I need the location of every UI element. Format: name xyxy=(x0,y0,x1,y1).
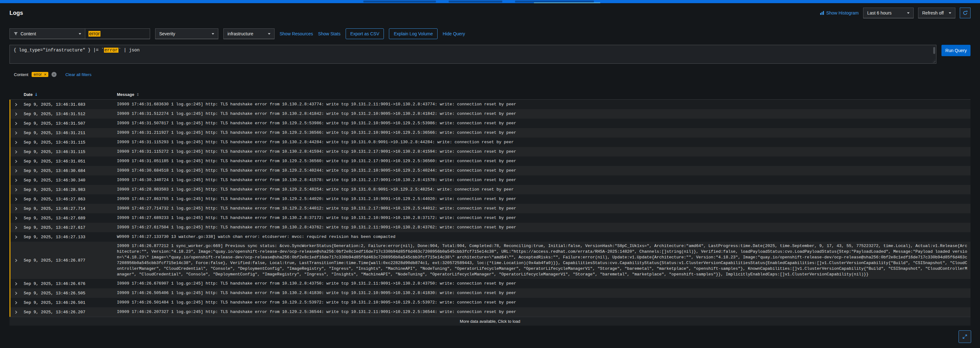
log-row: Sep 9, 2025, 13:46:31.051 I0909 17:46:31… xyxy=(10,157,970,166)
expander-cell xyxy=(10,132,24,134)
log-row: Sep 9, 2025, 13:46:26.501 I0909 17:46:26… xyxy=(10,298,970,307)
log-row: Sep 9, 2025, 13:46:26.207 I0909 17:46:26… xyxy=(10,307,970,317)
log-date: Sep 9, 2025, 13:46:31.115 xyxy=(24,140,117,145)
time-range-select[interactable]: Last 6 hours xyxy=(863,8,914,18)
clear-all-filters-link[interactable]: Clear all filters xyxy=(65,72,91,77)
expander-cell xyxy=(10,207,24,210)
log-date: Sep 9, 2025, 13:46:27.133 xyxy=(24,235,117,239)
expander-cell xyxy=(10,151,24,153)
log-message: I0909 17:46:27.617504 1 log.go:245] http… xyxy=(117,225,970,230)
row-expander-button[interactable] xyxy=(10,217,24,219)
expander-cell xyxy=(10,189,24,191)
masthead-nav-remnant xyxy=(363,1,436,3)
expander-cell xyxy=(10,236,24,238)
log-row: Sep 9, 2025, 13:46:31.512 I0909 17:46:31… xyxy=(10,109,970,119)
tenant-value: infrastructure xyxy=(228,31,253,36)
run-query-button[interactable]: Run Query xyxy=(942,45,970,56)
log-row: Sep 9, 2025, 13:46:30.340 I0909 17:46:30… xyxy=(10,176,970,185)
attribute-filter-select[interactable]: Content xyxy=(10,28,85,39)
log-date: Sep 9, 2025, 13:46:31.051 xyxy=(24,159,117,164)
row-expander-button[interactable] xyxy=(10,122,24,125)
log-row: Sep 9, 2025, 13:46:27.617 I0909 17:46:27… xyxy=(10,223,970,232)
row-expander-button[interactable] xyxy=(10,160,24,163)
chevron-right-icon xyxy=(14,282,18,285)
filter-group-close-button[interactable]: × xyxy=(51,72,57,77)
chevron-down-icon xyxy=(268,33,270,35)
attribute-filter-label: Content xyxy=(21,31,36,36)
row-expander-button[interactable] xyxy=(10,113,24,115)
filter-toolbar: Content error Severity infrastructure Sh… xyxy=(10,28,970,39)
chevron-right-icon xyxy=(14,291,18,295)
tenant-select[interactable]: infrastructure xyxy=(223,28,275,39)
show-resources-link[interactable]: Show Resources xyxy=(280,31,313,36)
log-row: Sep 9, 2025, 13:46:28.983 I0909 17:46:28… xyxy=(10,185,970,195)
row-expander-button[interactable] xyxy=(10,179,24,182)
expand-arrows-icon xyxy=(962,334,967,339)
row-expander-button[interactable] xyxy=(10,292,24,294)
header-actions: Show Histogram Last 6 hours Refresh off xyxy=(820,8,970,18)
chip-close-button[interactable]: × xyxy=(43,72,47,77)
row-expander-button[interactable] xyxy=(10,259,24,261)
date-column-header[interactable]: Date ↓ xyxy=(24,92,117,97)
row-expander-button[interactable] xyxy=(10,151,24,153)
row-expander-button[interactable] xyxy=(10,302,24,304)
row-expander-button[interactable] xyxy=(10,236,24,238)
row-expander-button[interactable] xyxy=(10,198,24,200)
date-column-label: Date xyxy=(24,92,33,97)
expand-toggle-button[interactable] xyxy=(959,330,971,343)
query-row: { log_type="infrastructure" } |= `error`… xyxy=(10,45,970,64)
row-expander-button[interactable] xyxy=(10,311,24,313)
filter-funnel-icon xyxy=(14,32,18,36)
expander-cell xyxy=(10,217,24,219)
chevron-right-icon xyxy=(14,179,18,182)
query-resize-handle[interactable] xyxy=(932,59,935,63)
row-expander-button[interactable] xyxy=(10,189,24,191)
chevron-right-icon xyxy=(14,217,18,220)
log-row: Sep 9, 2025, 13:46:26.877 I0909 17:46:26… xyxy=(10,242,970,279)
log-row: Sep 9, 2025, 13:46:31.507 I0909 17:46:31… xyxy=(10,119,970,128)
row-expander-button[interactable] xyxy=(10,283,24,285)
log-message: I0909 17:46:31.512274 1 log.go:245] http… xyxy=(117,111,970,117)
active-filters-row: Content error × × Clear all filters xyxy=(14,72,970,77)
chevron-right-icon xyxy=(14,103,18,106)
chevron-down-icon xyxy=(907,12,910,14)
log-message: I0909 17:46:26.676907 1 log.go:245] http… xyxy=(117,281,970,286)
row-expander-button[interactable] xyxy=(10,170,24,172)
row-expander-button[interactable] xyxy=(10,207,24,210)
explain-log-volume-button[interactable]: Explain Log Volume xyxy=(389,28,438,39)
search-filter-group: Content error xyxy=(10,28,150,39)
query-editor[interactable]: { log_type="infrastructure" } |= `error`… xyxy=(10,45,936,64)
load-more-row[interactable]: More data available, Click to load xyxy=(10,317,970,326)
export-csv-button[interactable]: Export as CSV xyxy=(345,28,384,39)
log-date: Sep 9, 2025, 13:46:27.617 xyxy=(24,225,117,230)
show-histogram-link[interactable]: Show Histogram xyxy=(820,10,859,16)
severity-filter-label: Severity xyxy=(159,31,175,36)
sync-button[interactable] xyxy=(960,8,970,18)
refresh-interval-value: Refresh off xyxy=(922,10,944,16)
log-row: Sep 9, 2025, 13:46:26.676 I0909 17:46:26… xyxy=(10,279,970,288)
log-row: Sep 9, 2025, 13:46:30.684 I0909 17:46:30… xyxy=(10,166,970,176)
log-row: Sep 9, 2025, 13:46:31.115 I0909 17:46:31… xyxy=(10,147,970,157)
query-scrollbar[interactable] xyxy=(933,47,935,54)
row-expander-button[interactable] xyxy=(10,141,24,144)
hide-query-link[interactable]: Hide Query xyxy=(442,31,465,36)
log-message: I0909 17:46:31.507817 1 log.go:245] http… xyxy=(117,120,970,126)
log-row: Sep 9, 2025, 13:46:26.505 I0909 17:46:26… xyxy=(10,288,970,298)
refresh-interval-select[interactable]: Refresh off xyxy=(918,8,955,18)
row-expander-button[interactable] xyxy=(10,132,24,134)
log-date: Sep 9, 2025, 13:46:31.211 xyxy=(24,131,117,135)
time-range-value: Last 6 hours xyxy=(867,10,891,16)
log-date: Sep 9, 2025, 13:46:26.207 xyxy=(24,310,117,315)
masthead xyxy=(0,0,980,3)
row-expander-button[interactable] xyxy=(10,103,24,106)
search-input[interactable]: error xyxy=(85,28,150,39)
sync-icon xyxy=(963,10,968,16)
log-date: Sep 9, 2025, 13:46:30.684 xyxy=(24,168,117,173)
log-date: Sep 9, 2025, 13:46:28.983 xyxy=(24,187,117,192)
severity-filter-select[interactable]: Severity xyxy=(155,28,218,39)
row-expander-button[interactable] xyxy=(10,226,24,229)
message-column-header[interactable]: Message ↕ xyxy=(117,92,970,98)
chevron-right-icon xyxy=(14,198,18,201)
show-stats-link[interactable]: Show Stats xyxy=(318,31,340,36)
log-date: Sep 9, 2025, 13:46:27.689 xyxy=(24,216,117,220)
